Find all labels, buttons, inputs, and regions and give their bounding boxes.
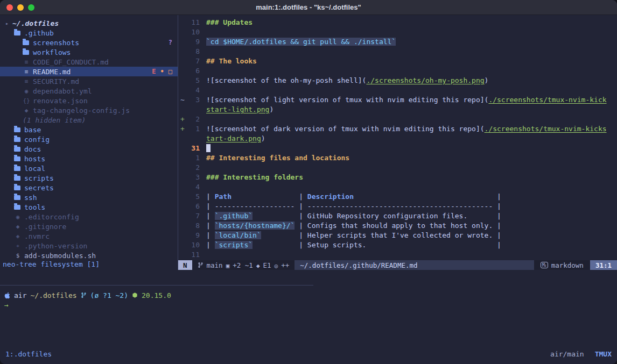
editor-line[interactable]: ~3![screenshot of light version of tmux … [178, 96, 617, 105]
editor-line[interactable]: 3### Interesting folders [178, 173, 617, 183]
editor-line[interactable]: 8| `hosts/{hostname}/` | Configs that sh… [178, 222, 617, 231]
tree-item[interactable]: .github [0, 28, 178, 38]
terminal-window: main:1:.dotfiles - "ks~/.dotfiles" ▸~/.d… [0, 0, 617, 364]
editor-line[interactable]: 1## Interesting files and locations [178, 154, 617, 163]
tree-item[interactable]: ◉dependabot.yml [0, 86, 178, 96]
tree-item[interactable]: ◆tag-changelog-config.js [0, 105, 178, 115]
nvim-pane: ▸~/.dotfiles.githubscreenshots?workflows… [0, 15, 617, 270]
tree-item[interactable]: screenshots? [0, 38, 178, 47]
folder-icon [14, 185, 20, 190]
line-number: 1 [187, 125, 200, 134]
line-number: 11 [187, 18, 200, 28]
line-number: 31 [187, 144, 200, 154]
tree-item-label: local [24, 165, 45, 173]
gutter-sign [178, 47, 187, 57]
editor-line[interactable]: 9`cd $HOME/.dotfiles && git pull && ./in… [178, 38, 617, 47]
tree-item[interactable]: ∗.python-version [0, 241, 178, 251]
prompt-symbol-line: → [4, 300, 617, 310]
tree-item-label: screenshots [33, 39, 79, 47]
minimize-button[interactable] [17, 4, 24, 11]
folder-icon [14, 205, 20, 210]
json-file-icon: {} [23, 97, 30, 104]
tree-item[interactable]: base [0, 125, 178, 134]
tree-item[interactable]: ▸~/.dotfiles [0, 18, 178, 28]
git-file-icon: ◆ [14, 223, 22, 230]
line-number: 4 [187, 183, 200, 192]
tmux-statusbar: 1:.dotfiles air/main TMUX [0, 347, 617, 361]
gutter-sign: + [178, 115, 187, 125]
tree-item[interactable]: ◈.nvmrc [0, 231, 178, 241]
tree-item[interactable]: docs [0, 144, 178, 154]
tree-item[interactable]: ◆.gitignore [0, 222, 178, 231]
tree-item[interactable]: {}renovate.json [0, 96, 178, 105]
gutter-sign [178, 67, 187, 76]
editor-lines: 11### Updates109`cd $HOME/.dotfiles && g… [178, 15, 617, 260]
zoom-button[interactable] [28, 4, 34, 11]
folder-icon [14, 176, 20, 181]
editor-line[interactable]: 11 [178, 251, 617, 260]
statusline-filetype: markdown [534, 260, 590, 270]
tree-item[interactable]: tools [0, 202, 178, 212]
nvim-cmdline [0, 270, 617, 281]
editor-line[interactable]: 4 [178, 183, 617, 192]
editor-line[interactable]: 5![screenshot of the oh-my-posh shell](.… [178, 76, 617, 86]
editor-line[interactable]: 10| `scripts` | Setup scripts. | [178, 241, 617, 251]
close-button[interactable] [6, 4, 13, 11]
line-text [206, 144, 211, 154]
editor-line[interactable]: tart-dark.png) [178, 134, 617, 144]
line-text: ![screenshot of the oh-my-posh shell](./… [206, 76, 488, 86]
tree-item[interactable]: $add-submodules.sh [0, 251, 178, 260]
editor-line[interactable]: 6 [178, 67, 617, 76]
tmux-window-item[interactable]: 1:.dotfiles [5, 350, 52, 358]
editor-line[interactable]: 31 [178, 144, 617, 154]
tree-item[interactable]: config [0, 134, 178, 144]
tree-item[interactable]: ≡SECURITY.md [0, 76, 178, 86]
editor-line[interactable]: 8 [178, 47, 617, 57]
diff-icon [226, 261, 230, 269]
shell-pane[interactable]: air ~/.dotfiles (ø ?1 ~2) 20.15.0 → [0, 286, 617, 347]
editor-line[interactable]: +1![screenshot of dark version of tmux w… [178, 125, 617, 134]
tree-item[interactable]: ◉.editorconfig [0, 212, 178, 222]
tree-item[interactable]: local [0, 163, 178, 173]
git-branch: main [207, 261, 223, 269]
editor-line[interactable]: 5| Path | Description | [178, 192, 617, 202]
gutter-sign [178, 222, 187, 231]
line-number: 5 [187, 76, 200, 86]
editor-line[interactable]: 7## The looks [178, 57, 617, 67]
gutter-sign [178, 105, 187, 115]
editor-line[interactable]: 6| ------------------- | ---------------… [178, 202, 617, 212]
editor-line[interactable]: 2 [178, 163, 617, 173]
line-number: 10 [187, 28, 200, 38]
folder-icon [14, 147, 20, 152]
tree-item[interactable]: (1 hidden item) [0, 115, 178, 125]
tree-item[interactable]: ≡CODE_OF_CONDUCT.md [0, 57, 178, 67]
tree-item[interactable]: secrets [0, 183, 178, 192]
tree-item-label: scripts [24, 174, 54, 182]
line-text: | `hosts/{hostname}/` | Configs that sho… [206, 222, 501, 231]
tree-item[interactable]: ≡README.mdE•□ [0, 67, 178, 76]
tree-item-label: tools [24, 203, 45, 211]
editor-line[interactable]: 4 [178, 86, 617, 96]
md-file-icon: ≡ [23, 59, 30, 66]
tree-item[interactable]: scripts [0, 173, 178, 183]
line-number: 6 [187, 67, 200, 76]
gutter-sign [178, 251, 187, 260]
tree-item[interactable]: workflows [0, 47, 178, 57]
editor-line[interactable]: 11### Updates [178, 18, 617, 28]
prompt-node-version: 20.15.0 [142, 291, 171, 299]
file-tree: ▸~/.dotfiles.githubscreenshots?workflows… [0, 15, 178, 260]
line-text: | Path | Description | [206, 192, 501, 202]
node-file-icon: ◈ [14, 233, 22, 240]
editor-line[interactable]: +2 [178, 115, 617, 125]
editor-line[interactable]: 7| `.github` | GitHub Repository configu… [178, 212, 617, 222]
tree-item[interactable]: hosts [0, 154, 178, 163]
editor-line[interactable]: 10 [178, 28, 617, 38]
line-text: tart-dark.png) [206, 134, 265, 144]
tree-item-label: SECURITY.md [33, 77, 79, 85]
tree-item[interactable]: ssh [0, 192, 178, 202]
line-number: 8 [187, 47, 200, 57]
neotree-sidebar: ▸~/.dotfiles.githubscreenshots?workflows… [0, 15, 178, 270]
expander-icon[interactable]: ▸ [5, 20, 12, 26]
editor-line[interactable]: start-light.png) [178, 105, 617, 115]
editor-line[interactable]: 9| `local/bin` | Helper scripts that I'v… [178, 231, 617, 241]
